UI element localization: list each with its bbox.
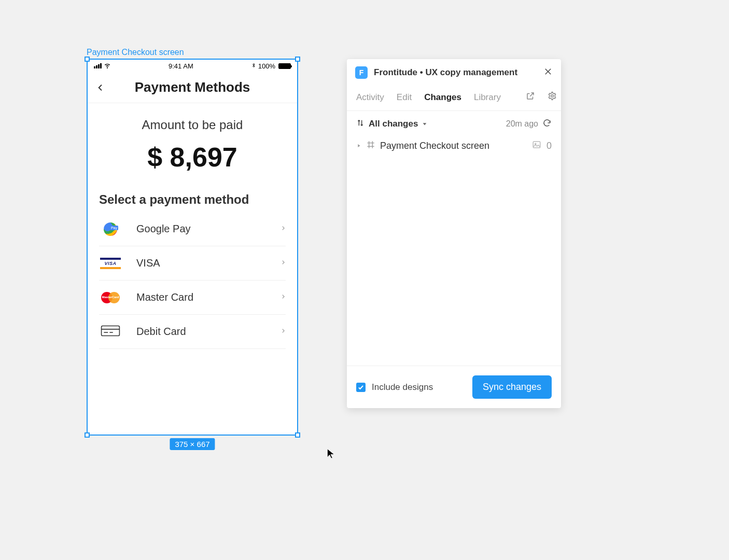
frame-icon [367,141,375,151]
signal-icon [94,63,102,68]
amount-value: $ 8,697 [88,142,297,173]
select-payment-label: Select a payment method [88,178,297,212]
tab-edit[interactable]: Edit [397,92,412,103]
include-designs-checkbox[interactable] [356,383,366,392]
change-item-name: Payment Checkout screen [380,141,527,151]
changes-filter-dropdown[interactable]: All changes [369,119,418,129]
close-button[interactable] [543,67,553,78]
chevron-down-icon[interactable] [422,119,427,129]
google-pay-icon [99,222,122,236]
change-count: 0 [546,141,552,151]
refresh-button[interactable] [542,118,552,130]
debit-card-icon [99,324,122,340]
battery-percent: 100% [258,62,275,70]
tab-changes[interactable]: Changes [424,92,461,103]
payment-method-label: Debit Card [136,326,266,338]
sort-icon[interactable] [356,119,364,129]
payment-method-google-pay[interactable]: Google Pay [99,212,286,246]
chevron-right-icon [281,327,286,337]
screen-header: Payment Methods [88,72,297,103]
screen-title: Payment Methods [93,79,292,95]
payment-method-label: VISA [136,257,266,269]
svg-rect-0 [102,326,120,335]
status-bar: 9:41 AM 100% [88,60,297,72]
wifi-icon [104,62,111,71]
svg-marker-7 [423,123,427,125]
chevron-right-icon [281,224,286,234]
panel-tabs: Activity Edit Changes Library [347,86,561,111]
selected-frame[interactable]: 375 × 667 9:41 AM 100% Payment Methods A… [87,59,298,436]
plugin-panel: F Frontitude • UX copy management Activi… [347,59,561,408]
frame-label: Payment Checkout screen [87,48,184,57]
panel-footer: Include designs Sync changes [347,366,561,408]
svg-point-6 [551,95,554,97]
battery-icon [278,63,291,69]
chevron-right-icon [281,292,286,303]
resize-handle-tr[interactable] [295,57,300,62]
change-item[interactable]: Payment Checkout screen 0 [347,135,561,157]
amount-label: Amount to be paid [88,118,297,132]
panel-title: Frontitude • UX copy management [374,67,537,78]
tab-library[interactable]: Library [474,92,501,103]
payment-method-visa[interactable]: VISA VISA [99,246,286,281]
sync-changes-button[interactable]: Sync changes [472,375,552,399]
include-designs-label: Include designs [372,382,466,393]
dimensions-badge: 375 × 667 [170,438,215,450]
changes-filter-row: All changes 20m ago [347,111,561,135]
panel-header: F Frontitude • UX copy management [347,59,561,86]
resize-handle-br[interactable] [295,432,300,438]
settings-icon[interactable] [548,91,557,103]
svg-marker-8 [358,144,360,147]
tree-expand-icon[interactable] [356,141,361,150]
open-external-icon[interactable] [526,91,535,103]
payment-method-debit-card[interactable]: Debit Card [99,315,286,349]
payment-method-label: Google Pay [136,223,266,235]
cursor-icon [326,447,336,461]
bluetooth-icon [251,62,256,70]
resize-handle-bl[interactable] [85,432,90,438]
resize-handle-tl[interactable] [85,57,90,62]
last-sync-time: 20m ago [506,119,538,129]
mastercard-icon: MasterCard [99,291,122,304]
chevron-right-icon [281,258,286,269]
payment-method-label: Master Card [136,291,266,303]
brand-badge: F [355,66,368,79]
visa-icon: VISA [99,258,122,269]
image-icon [532,140,541,151]
tab-activity[interactable]: Activity [356,92,384,103]
svg-rect-13 [533,142,540,148]
payment-method-list: Google Pay VISA VISA MasterCard Master C… [88,212,297,349]
status-time: 9:41 AM [169,62,193,70]
payment-method-mastercard[interactable]: MasterCard Master Card [99,281,286,315]
